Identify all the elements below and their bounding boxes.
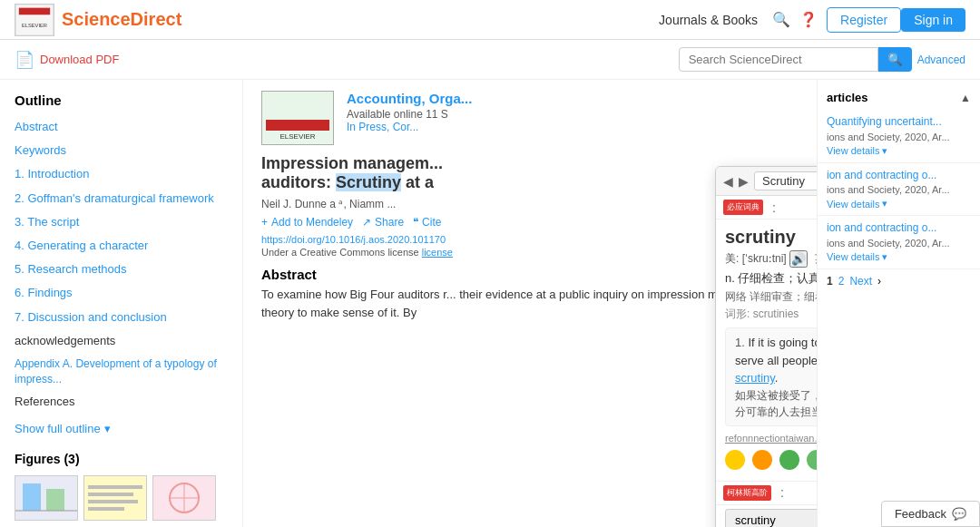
sidebar: Outline Abstract Keywords 1. Introductio…	[0, 80, 243, 527]
advanced-search-link[interactable]: Advanced	[917, 54, 965, 66]
add-icon: +	[261, 216, 268, 229]
svg-rect-10	[88, 500, 138, 503]
dict-word2-select[interactable]: scrutiny	[725, 509, 817, 528]
sidebar-item-discussion[interactable]: 7. Discussion and conclusion	[0, 306, 242, 329]
dict-form: 词形: scrutinies	[725, 307, 817, 322]
logo-area: ELSEVIER ScienceDirect	[15, 4, 181, 36]
search-submit-button[interactable]: 🔍	[878, 47, 912, 72]
svg-rect-5	[46, 489, 64, 511]
sidebar-item-goffman[interactable]: 2. Goffman's dramaturgical framework	[0, 187, 242, 210]
dict-back-button[interactable]: ◀	[723, 174, 733, 189]
search-icon[interactable]: 🔍	[772, 11, 790, 28]
right-item-title-0[interactable]: Quantifying uncertaint...	[827, 115, 971, 130]
journal-name[interactable]: Accounting, Orga...	[347, 91, 472, 106]
dict-color-dots: My Research... ▾	[725, 446, 817, 473]
dict-forward-button[interactable]: ▶	[739, 174, 749, 189]
view-details-2[interactable]: View details ▾	[827, 251, 971, 263]
figure-thumb-1[interactable]	[15, 475, 78, 521]
sidebar-item-character[interactable]: 4. Generating a character	[0, 234, 242, 258]
view-details-1[interactable]: View details ▾	[827, 198, 971, 210]
scrutiny-link[interactable]: scrutiny	[735, 371, 775, 385]
help-icon[interactable]: ❓	[799, 11, 818, 28]
sidebar-item-ack[interactable]: acknowledgements	[0, 329, 242, 353]
download-pdf-button[interactable]: 📄 Download PDF	[15, 50, 119, 70]
figure-thumb-3[interactable]	[152, 475, 216, 521]
dict-phonetic: 美: [ˈskruːtni] 🔊 英: [ˈskruːtni] 🔊	[725, 250, 817, 268]
sidebar-item-script[interactable]: 3. The script	[0, 210, 242, 234]
chevron-down-icon-1: ▾	[882, 198, 887, 210]
right-item-meta-0: ions and Society, 2020, Ar...	[827, 132, 971, 142]
svg-rect-4	[23, 483, 41, 511]
color-dot-yellow[interactable]	[725, 450, 745, 470]
search-input[interactable]	[679, 47, 878, 72]
dict-speaker-us[interactable]: 🔊	[789, 250, 808, 268]
dict-title-bar: Scrutiny	[754, 171, 817, 190]
dict-header: ◀ ▶ Scrutiny 🔍 ♡ ▦ 📌 ✕	[716, 167, 817, 196]
header-nav: Journals & Books	[659, 13, 758, 27]
journal-info: Accounting, Orga... Available online 11 …	[347, 91, 472, 133]
right-panel-title: articles ▲	[818, 87, 980, 110]
dict-word2-container: scrutiny	[716, 505, 817, 528]
signin-button[interactable]: Sign in	[901, 8, 965, 32]
next-button[interactable]: Next	[849, 275, 872, 288]
journals-books-link[interactable]: Journals & Books	[659, 13, 758, 27]
chevron-down-icon-2: ▾	[882, 251, 887, 263]
cite-icon: ❝	[413, 216, 418, 229]
dict-def-cn: n. 仔细检查；认真彻底的审查	[725, 270, 817, 287]
show-full-outline[interactable]: Show full outline ▾	[0, 415, 242, 443]
feedback-label: Feedback	[895, 507, 946, 521]
add-mendeley-button[interactable]: + Add to Mendeley	[261, 216, 353, 229]
right-item-meta-1: ions and Society, 2020, Ar...	[827, 184, 971, 195]
feedback-button[interactable]: Feedback 💬	[881, 501, 980, 527]
view-details-0[interactable]: View details ▾	[827, 145, 971, 157]
cite-button[interactable]: ❝ Cite	[413, 216, 441, 229]
logo-text: ScienceDirect	[62, 9, 181, 30]
svg-rect-11	[88, 507, 124, 511]
dict-source1-more[interactable]: :	[772, 200, 776, 215]
sidebar-item-findings[interactable]: 6. Findings	[0, 281, 242, 305]
license-link[interactable]: license	[422, 247, 453, 258]
sidebar-item-research[interactable]: 5. Research methods	[0, 258, 242, 281]
dict-source1-bar: 必应词典 :	[716, 196, 817, 220]
sidebar-item-introduction[interactable]: 1. Introduction	[0, 162, 242, 186]
in-press-link[interactable]: In Press, Cor...	[347, 121, 418, 133]
dict-source1-logo: 必应词典	[723, 200, 763, 215]
figures-row	[0, 472, 242, 524]
color-dot-orange[interactable]	[752, 450, 772, 470]
color-dot-green[interactable]	[779, 450, 799, 470]
page-2[interactable]: 2	[838, 275, 845, 288]
color-dot-light-green[interactable]	[807, 450, 817, 470]
dict-source2-more[interactable]: :	[780, 485, 784, 500]
elsevier-logo: ELSEVIER	[15, 4, 54, 36]
right-item-title-2[interactable]: ion and contracting o...	[827, 221, 971, 236]
svg-rect-8	[88, 485, 142, 489]
share-button[interactable]: ↗ Share	[362, 216, 404, 229]
svg-rect-1	[19, 7, 50, 15]
dict-net-cn: 网络 详细审查；细看；监视	[725, 289, 817, 305]
journal-header: ELSEVIER Accounting, Orga... Available o…	[261, 91, 799, 145]
chevron-down-icon: ▾	[104, 422, 111, 435]
dict-example-zh: 如果这被接受了，那麼真相均公平的去服务所有人，并且会有十分可靠的人去担当审查职务…	[735, 387, 817, 420]
journal-meta: Available online 11 S In Press, Cor...	[347, 108, 472, 133]
svg-rect-9	[88, 493, 133, 496]
pdf-icon: 📄	[15, 50, 34, 70]
sidebar-item-appendix[interactable]: Appendix A. Development of a typology of…	[0, 353, 242, 391]
sidebar-item-references[interactable]: References	[0, 390, 242, 414]
header: ELSEVIER ScienceDirect Journals & Books …	[0, 0, 980, 40]
sidebar-item-keywords[interactable]: Keywords	[0, 139, 242, 162]
right-panel-collapse-button[interactable]: ▲	[960, 92, 971, 104]
register-button[interactable]: Register	[827, 7, 901, 33]
right-item-1: ion and contracting o... ions and Societ…	[818, 163, 980, 217]
right-item-0: Quantifying uncertaint... ions and Socie…	[818, 110, 980, 163]
right-item-title-1[interactable]: ion and contracting o...	[827, 169, 971, 183]
sidebar-item-abstract[interactable]: Abstract	[0, 115, 242, 139]
share-icon: ↗	[362, 216, 371, 229]
figure-thumb-2[interactable]	[83, 475, 147, 521]
right-panel: articles ▲ Quantifying uncertaint... ion…	[817, 80, 980, 527]
page-1[interactable]: 1	[827, 275, 833, 288]
outline-title: Outline	[0, 89, 242, 115]
next-arrow: ›	[877, 275, 881, 288]
dict-source-link[interactable]: refonnnectiontaiwan.tv	[725, 433, 817, 444]
journal-logo-top	[266, 120, 329, 131]
figures-title: Figures (3)	[0, 443, 242, 472]
